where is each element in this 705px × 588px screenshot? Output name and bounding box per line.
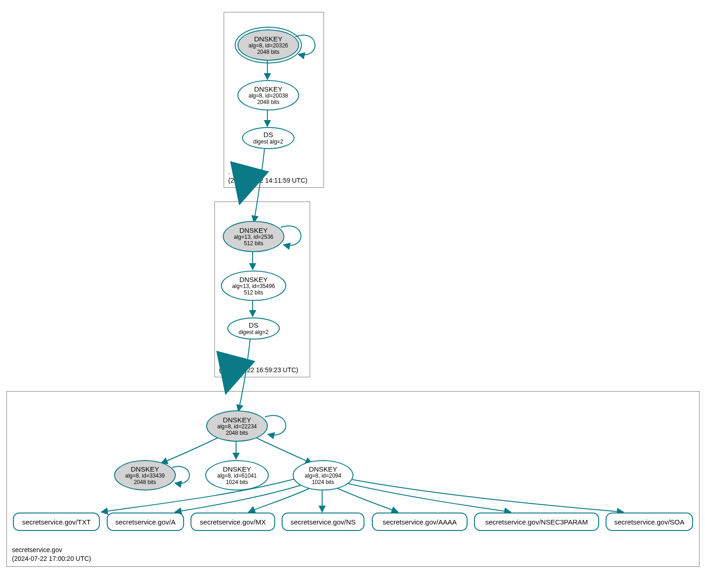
node-line2: alg=8, id=61041: [217, 473, 257, 479]
node-line2: alg=13, id=35496: [232, 283, 275, 290]
zone-name-gov: gov: [219, 357, 230, 365]
node-line3: 1024 bits: [312, 479, 335, 486]
dnskey-root-ksk: DNSKEY alg=8, id=20326 2048 bits: [237, 29, 299, 61]
rrset-a: secretservice.gov/A: [107, 513, 184, 531]
node-title: DNSKEY: [309, 465, 337, 473]
rrset-nsec3param: secretservice.gov/NSEC3PARAM: [474, 513, 599, 531]
node-title: DNSKEY: [239, 276, 268, 283]
node-line3: 2048 bits: [134, 479, 156, 486]
node-title: DNSKEY: [254, 85, 283, 93]
zone-name-secretservice: secretservice.gov: [12, 546, 62, 553]
node-line3: 512 bits: [244, 290, 263, 296]
dnskey-gov-zsk: DNSKEY alg=13, id=35496 512 bits: [221, 271, 286, 301]
node-line2: alg=13, id=2536: [234, 234, 273, 241]
dnskey-ss-33439: DNSKEY alg=8, id=33439 2048 bits: [114, 460, 176, 490]
node-line2: alg=8, id=20038: [248, 93, 288, 99]
node-title: DNSKEY: [254, 35, 283, 43]
zone-label-root: . (2024-07-22 14:11:59 UTC): [228, 167, 307, 185]
ds-gov: DS digest alg=2: [227, 317, 280, 340]
ds-root: DS digest alg=2: [242, 127, 295, 149]
node-line2: alg=8, id=33439: [125, 473, 165, 479]
zone-label-secretservice: secretservice.gov (2024-07-22 17:00:20 U…: [12, 546, 91, 563]
node-line2: digest alg=2: [253, 139, 283, 145]
node-title: DS: [249, 321, 259, 329]
node-line3: 2048 bits: [226, 430, 248, 437]
zone-name-root: .: [228, 168, 230, 175]
node-line3: 2048 bits: [257, 49, 280, 56]
node-title: DNSKEY: [223, 465, 251, 473]
zone-box-secretservice: [6, 391, 699, 567]
node-line2: digest alg=2: [238, 329, 268, 336]
dnskey-ss-61041: DNSKEY alg=8, id=61041 1024 bits: [205, 460, 269, 490]
rrset-aaaa: secretservice.gov/AAAA: [372, 513, 468, 531]
rrset-soa: secretservice.gov/SOA: [606, 513, 693, 531]
node-line2: alg=8, id=2094: [305, 473, 341, 479]
dnskey-ss-2094: DNSKEY alg=8, id=2094 1024 bits: [293, 460, 353, 490]
node-title: DNSKEY: [223, 416, 251, 424]
node-title: DNSKEY: [131, 465, 159, 473]
rrset-ns: secretservice.gov/NS: [282, 513, 364, 531]
dnskey-root-zsk: DNSKEY alg=8, id=20038 2048 bits: [237, 80, 299, 110]
rrset-mx: secretservice.gov/MX: [191, 513, 275, 531]
rrset-txt: secretservice.gov/TXT: [13, 513, 100, 531]
node-line2: alg=8, id=20326: [248, 43, 288, 49]
node-title: DS: [264, 131, 273, 138]
node-title: DNSKEY: [239, 226, 268, 234]
node-line2: alg=8, id=22234: [217, 424, 257, 430]
node-line3: 512 bits: [244, 241, 263, 247]
dnskey-gov-ksk: DNSKEY alg=13, id=2536 512 bits: [223, 221, 284, 252]
node-line3: 1024 bits: [226, 479, 248, 486]
zone-time-gov: (2024-07-22 16:59:23 UTC): [219, 366, 298, 374]
diagram-canvas: . (2024-07-22 14:11:59 UTC) gov (2024-07…: [0, 0, 705, 588]
node-line3: 2048 bits: [257, 99, 280, 106]
zone-time-secretservice: (2024-07-22 17:00:20 UTC): [12, 555, 91, 562]
zone-label-gov: gov (2024-07-22 16:59:23 UTC): [219, 357, 298, 375]
zone-time-root: (2024-07-22 14:11:59 UTC): [228, 177, 307, 184]
dnskey-ss-ksk: DNSKEY alg=8, id=22234 2048 bits: [206, 410, 268, 442]
